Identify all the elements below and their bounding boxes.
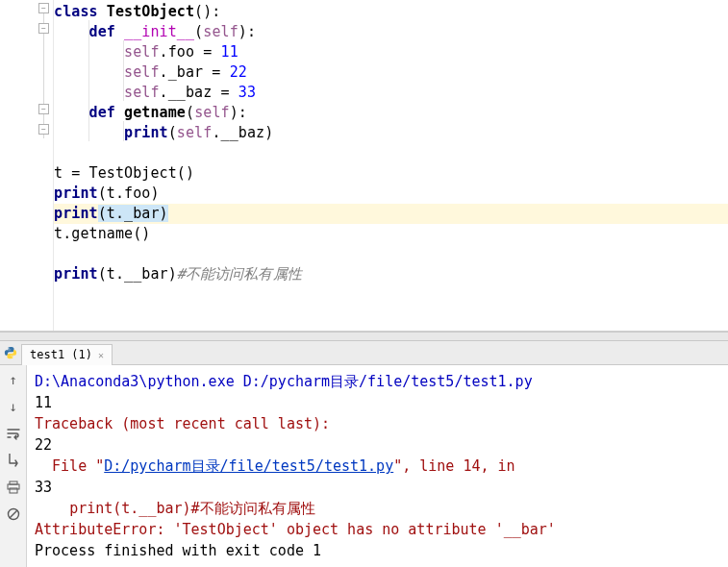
fold-icon[interactable]: −: [38, 3, 49, 13]
console-line: Traceback (most recent call last):: [35, 413, 720, 434]
code-line: print(self.__baz): [54, 123, 728, 143]
console-toolbar: ↑ ↓: [0, 365, 27, 567]
code-line: def getname(self):: [54, 103, 728, 123]
fold-icon[interactable]: −: [38, 104, 49, 114]
code-line: [54, 143, 728, 163]
svg-point-1: [13, 357, 13, 357]
code-line: print(t._bar): [54, 204, 728, 224]
run-tabs-bar: test1 (1) ✕: [0, 341, 728, 365]
code-line: t = TestObject(): [54, 163, 728, 184]
scroll-down-icon[interactable]: ↓: [5, 398, 22, 415]
console-line: print(t.__bar)#不能访问私有属性: [35, 498, 720, 519]
console-panel: ↑ ↓ D:\Anaconda3\python.exe D:/pycharm目录…: [0, 365, 728, 567]
code-line: self.__baz = 33: [54, 83, 728, 103]
fold-icon[interactable]: −: [38, 124, 49, 135]
code-line: [54, 244, 728, 264]
code-line: def __init__(self):: [54, 22, 728, 42]
clear-icon[interactable]: [5, 505, 22, 523]
run-tab[interactable]: test1 (1) ✕: [21, 344, 113, 365]
console-line: File "D:/pycharm目录/file/test5/test1.py",…: [35, 456, 720, 477]
editor-gutter: − − − −: [0, 0, 54, 331]
code-editor[interactable]: class TestObject(): def __init__(self): …: [54, 0, 728, 331]
console-line: D:\Anaconda3\python.exe D:/pycharm目录/fil…: [35, 371, 720, 392]
code-line: class TestObject():: [54, 2, 728, 22]
scroll-end-icon[interactable]: [5, 452, 22, 469]
console-line: 22: [35, 434, 720, 456]
python-icon: [4, 346, 17, 359]
run-tab-label: test1 (1): [30, 348, 92, 361]
svg-line-6: [10, 510, 17, 518]
console-line: AttributeError: 'TestObject' object has …: [35, 519, 720, 540]
print-icon[interactable]: [5, 479, 22, 496]
console-line: 33: [35, 477, 720, 498]
svg-point-0: [8, 348, 9, 349]
fold-icon[interactable]: −: [38, 23, 49, 34]
console-output[interactable]: D:\Anaconda3\python.exe D:/pycharm目录/fil…: [27, 365, 728, 567]
code-line: print(t.__bar)#不能访问私有属性: [54, 264, 728, 284]
code-line: print(t.foo): [54, 184, 728, 204]
scroll-up-icon[interactable]: ↑: [5, 371, 22, 388]
wrap-icon[interactable]: [5, 425, 22, 442]
editor-panel: − − − − class TestObject(): def __init__…: [0, 0, 728, 332]
console-line: 11: [35, 392, 720, 413]
code-line: t.getname(): [54, 224, 728, 244]
code-line: self._bar = 22: [54, 62, 728, 83]
panel-splitter[interactable]: [0, 332, 728, 341]
code-line: self.foo = 11: [54, 42, 728, 62]
console-line: Process finished with exit code 1: [35, 540, 720, 561]
close-icon[interactable]: ✕: [98, 350, 104, 360]
